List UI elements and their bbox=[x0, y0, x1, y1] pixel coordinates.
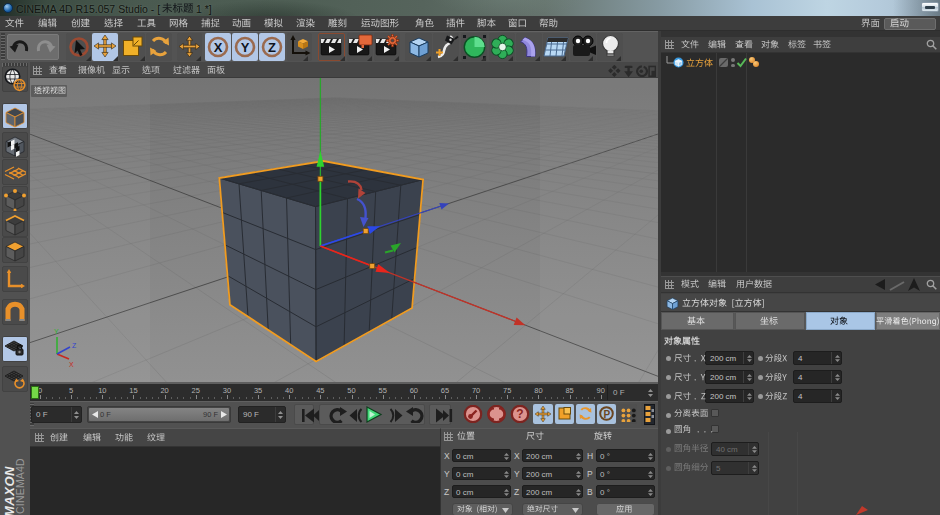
svg-text:X: X bbox=[69, 361, 74, 368]
svg-text:Z: Z bbox=[268, 40, 276, 55]
svg-text:?: ? bbox=[516, 407, 523, 421]
svg-text:P: P bbox=[603, 409, 610, 420]
svg-text:Z: Z bbox=[72, 342, 77, 349]
svg-text:Y: Y bbox=[241, 40, 250, 55]
svg-text:X: X bbox=[214, 40, 223, 55]
svg-text:Y: Y bbox=[54, 328, 59, 335]
